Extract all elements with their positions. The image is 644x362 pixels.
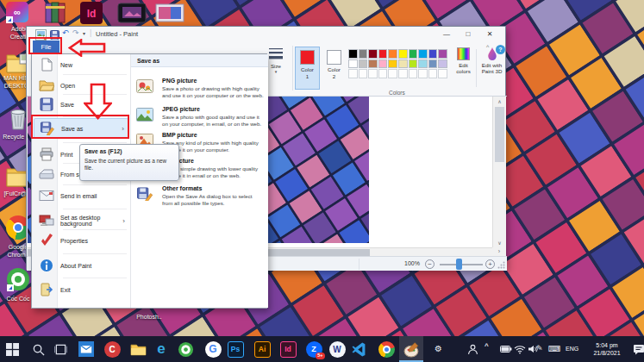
taskbar-file-explorer[interactable] bbox=[127, 338, 149, 360]
palette-color[interactable] bbox=[368, 49, 378, 59]
palette-color[interactable] bbox=[348, 59, 358, 69]
color2-button[interactable]: Color 2 bbox=[322, 47, 347, 90]
edit-colors-button[interactable]: Edit colors bbox=[452, 47, 475, 74]
menu-item-exit[interactable]: Exit bbox=[34, 279, 128, 300]
palette-color[interactable] bbox=[398, 59, 408, 69]
people-icon[interactable] bbox=[461, 338, 484, 360]
taskbar-zalo[interactable]: Z 5+ bbox=[303, 338, 325, 360]
palette-empty-cell[interactable] bbox=[428, 69, 438, 78]
zoom-in-button[interactable]: + bbox=[485, 259, 495, 269]
zoom-level: 100% bbox=[404, 260, 420, 266]
palette-empty-cell[interactable] bbox=[368, 69, 378, 78]
vscroll-thumb[interactable] bbox=[495, 107, 504, 162]
palette-empty-cell[interactable] bbox=[348, 69, 358, 78]
palette-color[interactable] bbox=[438, 49, 447, 59]
tray-chevron-icon[interactable]: ^ bbox=[485, 342, 489, 350]
desktop-icon-gallery[interactable] bbox=[155, 3, 184, 26]
palette-color[interactable] bbox=[388, 59, 397, 69]
palette-color[interactable] bbox=[409, 59, 418, 69]
desktop-icon-photo-viewer[interactable] bbox=[117, 3, 147, 27]
scroll-down-icon[interactable]: ∨ bbox=[493, 240, 506, 246]
submenu-item-jpeg[interactable]: JPEG picture Save a photo with good qual… bbox=[134, 106, 266, 134]
color-palette[interactable] bbox=[348, 49, 450, 79]
taskbar-indesign[interactable]: Id bbox=[277, 338, 299, 360]
palette-color[interactable] bbox=[348, 49, 358, 59]
maximize-button[interactable]: □ bbox=[458, 27, 478, 42]
palette-color[interactable] bbox=[378, 59, 388, 69]
illustrator-icon: Ai bbox=[254, 341, 271, 358]
taskbar-edge[interactable]: e bbox=[150, 338, 172, 360]
submenu-item-other-formats[interactable]: Other formats Open the Save As dialog bo… bbox=[134, 185, 266, 213]
zoom-slider-thumb[interactable] bbox=[456, 259, 462, 270]
settings-gear-icon[interactable]: ⚙ bbox=[435, 344, 442, 353]
palette-color[interactable] bbox=[438, 59, 447, 69]
palette-empty-cell[interactable] bbox=[418, 69, 428, 78]
touch-keyboard-icon[interactable]: ⌨ bbox=[548, 344, 560, 353]
qat-dropdown-icon[interactable]: ▾ bbox=[83, 30, 85, 36]
palette-color[interactable] bbox=[418, 49, 428, 59]
palette-empty-cell[interactable] bbox=[438, 69, 447, 78]
desktop-icon-coccoc[interactable] bbox=[6, 267, 30, 295]
undo-icon[interactable]: ↶ bbox=[62, 28, 69, 37]
edit-with-paint3d-button[interactable]: Edit with Paint 3D bbox=[478, 47, 506, 74]
palette-color[interactable] bbox=[428, 59, 438, 69]
edit-colors-icon bbox=[457, 47, 470, 60]
scroll-right-icon[interactable]: › bbox=[492, 248, 506, 254]
window-title: Untitled - Paint bbox=[96, 30, 138, 38]
resize-grip[interactable] bbox=[497, 261, 505, 269]
taskbar-word[interactable]: W bbox=[326, 338, 348, 360]
palette-empty-cell[interactable] bbox=[359, 69, 368, 78]
taskbar-coccoc[interactable] bbox=[174, 338, 197, 360]
start-button[interactable] bbox=[1, 338, 23, 360]
desktop-icon-winrar[interactable] bbox=[43, 2, 67, 28]
taskbar-mail[interactable] bbox=[75, 338, 97, 360]
desktop-icon-indesign[interactable]: Id bbox=[80, 2, 103, 28]
palette-empty-cell[interactable] bbox=[378, 69, 388, 78]
desktop-background-icon bbox=[39, 214, 54, 228]
menu-item-set-desktop-background[interactable]: Set as desktop background › bbox=[34, 210, 128, 231]
clock[interactable]: 5:04 pm 21/8/2021 bbox=[586, 342, 628, 357]
minimize-button[interactable]: — bbox=[436, 27, 457, 42]
palette-color[interactable] bbox=[418, 59, 428, 69]
menu-item-save[interactable]: Save bbox=[34, 94, 128, 115]
submenu-arrow-icon: › bbox=[122, 217, 125, 225]
palette-color[interactable] bbox=[388, 49, 397, 59]
palette-color[interactable] bbox=[359, 49, 368, 59]
taskbar-paint-active[interactable] bbox=[400, 338, 422, 360]
other-formats-icon bbox=[136, 187, 153, 201]
taskbar-chrome[interactable] bbox=[375, 338, 397, 360]
palette-empty-cell[interactable] bbox=[398, 69, 408, 78]
submenu-item-png[interactable]: PNG picture Save a photo or drawing with… bbox=[134, 78, 266, 105]
redo-icon[interactable]: ↷ bbox=[72, 28, 79, 37]
close-button[interactable]: ✕ bbox=[479, 27, 500, 42]
palette-empty-cell[interactable] bbox=[388, 69, 397, 78]
palette-color[interactable] bbox=[428, 49, 438, 59]
taskbar-google[interactable]: G bbox=[202, 338, 224, 360]
palette-color[interactable] bbox=[409, 49, 418, 59]
palette-empty-cell[interactable] bbox=[409, 69, 418, 78]
zoom-out-button[interactable]: − bbox=[425, 259, 435, 269]
menu-item-properties[interactable]: Properties bbox=[34, 230, 128, 251]
taskbar-ccleaner[interactable]: C bbox=[101, 338, 123, 360]
action-center-button[interactable] bbox=[628, 338, 644, 360]
palette-color[interactable] bbox=[378, 49, 388, 59]
language-indicator[interactable]: ENG bbox=[566, 346, 578, 352]
scrollbar-corner[interactable]: › bbox=[492, 247, 506, 256]
menu-item-about[interactable]: About Paint bbox=[34, 255, 128, 276]
vertical-scrollbar[interactable]: ∧ ∨ bbox=[492, 97, 506, 247]
palette-color[interactable] bbox=[368, 59, 378, 69]
menu-item-new[interactable]: New bbox=[34, 54, 128, 75]
pen-icon[interactable]: ✎ bbox=[536, 344, 543, 353]
taskbar-search-button[interactable] bbox=[27, 338, 49, 360]
palette-color[interactable] bbox=[359, 59, 368, 69]
taskbar-photoshop[interactable]: Ps bbox=[224, 338, 247, 360]
taskbar-vscode[interactable] bbox=[347, 338, 370, 360]
menu-item-send-email[interactable]: Send in email bbox=[34, 185, 128, 206]
task-view-button[interactable] bbox=[49, 338, 72, 360]
palette-color[interactable] bbox=[398, 49, 408, 59]
menu-item-open[interactable]: Open bbox=[34, 75, 128, 96]
scroll-up-icon[interactable]: ∧ bbox=[493, 98, 506, 104]
color1-button[interactable]: Color 1 bbox=[295, 47, 320, 90]
taskbar-illustrator[interactable]: Ai bbox=[251, 338, 273, 360]
desktop-icon-adobe-cc[interactable]: ∞ bbox=[5, 2, 29, 28]
